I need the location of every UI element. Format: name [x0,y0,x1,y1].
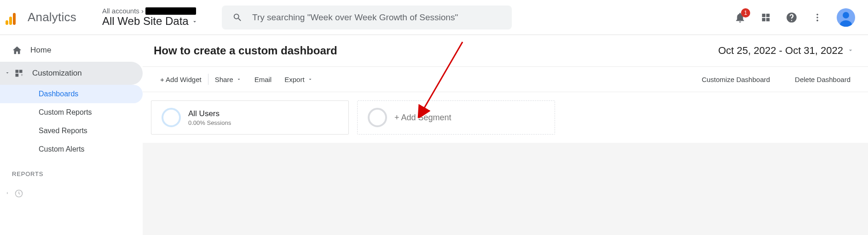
segment-ring-icon [162,108,181,127]
notifications-icon[interactable]: 1 [734,11,746,24]
email-button[interactable]: Email [248,67,278,92]
nav-custom-reports-label: Custom Reports [39,108,92,117]
export-button[interactable]: Export [278,67,319,92]
left-nav: Home + Customization Dashboards Custom R… [0,35,143,235]
svg-point-6 [816,19,818,21]
search-box[interactable] [222,6,512,29]
caret-down-icon [236,76,242,83]
nav-saved-reports[interactable]: Saved Reports [0,122,143,140]
main-area: How to create a custom dashboard Oct 25,… [143,35,868,235]
page-title: How to create a custom dashboard [154,44,337,57]
segment-ring-placeholder-icon [368,108,387,127]
caret-down-icon [191,15,198,28]
svg-point-4 [816,13,818,15]
account-view-selector[interactable]: All accounts › All Web Site Data [102,7,213,28]
account-breadcrumb: All accounts › [102,7,213,15]
nav-customization-label: Customization [32,69,82,78]
svg-point-8 [840,20,852,27]
segments-row: All Users 0.00% Sessions + Add Segment [143,92,868,143]
nav-dashboards-label: Dashboards [39,90,78,98]
view-picker[interactable]: All Web Site Data [102,15,213,28]
svg-point-5 [816,17,818,18]
search-wrap [222,6,512,29]
svg-text:+: + [21,73,23,77]
app-header: Analytics All accounts › All Web Site Da… [0,0,868,35]
nav-custom-alerts[interactable]: Custom Alerts [0,140,143,159]
add-widget-button[interactable]: + Add Widget [154,67,208,92]
share-button[interactable]: Share [208,67,248,92]
nav-realtime[interactable] [0,182,143,205]
reports-section-header: REPORTS [0,159,143,182]
chevron-right-icon: › [141,7,144,15]
more-vert-icon[interactable] [811,11,824,24]
product-logo-cluster: Analytics [6,10,98,25]
view-name: All Web Site Data [102,15,189,28]
caret-down-icon [847,45,854,57]
delete-dashboard-button[interactable]: Delete Dashboard [788,76,857,83]
date-range-text: Oct 25, 2022 - Oct 31, 2022 [718,45,844,57]
segment-name: All Users [188,109,231,118]
customize-dashboard-button[interactable]: Customize Dashboard [695,76,776,83]
date-range-picker[interactable]: Oct 25, 2022 - Oct 31, 2022 [718,45,855,57]
caret-down-icon [5,69,10,78]
nav-custom-reports[interactable]: Custom Reports [0,103,143,122]
segment-subtext: 0.00% Sessions [188,119,231,126]
add-widget-label: + Add Widget [160,76,202,83]
export-label: Export [284,76,304,83]
customize-dashboard-label: Customize Dashboard [702,76,770,83]
svg-point-7 [843,12,849,18]
nav-dashboards[interactable]: Dashboards [0,85,143,103]
account-avatar[interactable] [837,8,855,27]
svg-rect-2 [762,18,765,21]
home-icon [12,45,22,55]
nav-home[interactable]: Home [0,39,143,62]
search-input[interactable] [252,12,503,23]
svg-rect-11 [16,74,19,77]
add-segment-button[interactable]: + Add Segment [357,100,555,135]
nav-custom-alerts-label: Custom Alerts [39,145,85,153]
clock-icon [14,188,24,199]
add-segment-label: + Add Segment [394,113,451,123]
svg-rect-3 [766,18,770,21]
analytics-logo-icon [6,10,20,25]
share-label: Share [215,76,233,83]
page-title-row: How to create a custom dashboard Oct 25,… [143,35,868,66]
account-breadcrumb-prefix: All accounts [102,7,139,15]
svg-rect-0 [762,13,765,17]
account-name-redacted [145,7,196,15]
nav-saved-reports-label: Saved Reports [39,127,87,135]
help-icon[interactable] [785,11,798,24]
notification-badge: 1 [741,8,750,18]
header-icon-tray: 1 [734,8,857,27]
product-name: Analytics [28,10,76,24]
caret-right-icon [5,189,10,198]
customization-icon: + [14,68,24,78]
svg-rect-9 [16,70,19,73]
delete-dashboard-label: Delete Dashboard [795,76,851,83]
nav-customization[interactable]: + Customization [0,62,143,85]
dashboard-toolbar: + Add Widget Share Email Export Customiz… [143,66,868,92]
caret-down-icon [307,76,313,83]
gallery-icon[interactable] [759,11,772,24]
email-label: Email [255,76,272,83]
search-icon [231,11,244,24]
nav-home-label: Home [30,46,51,55]
svg-rect-1 [766,13,770,17]
segment-all-users[interactable]: All Users 0.00% Sessions [151,100,349,135]
